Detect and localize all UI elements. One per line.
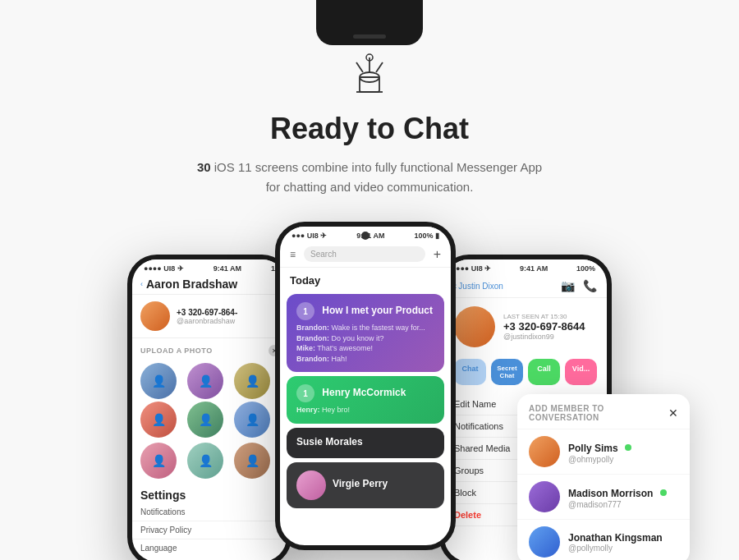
chat-messages-henry: Henry: Hey bro! [296, 405, 434, 415]
left-time: 9:41 AM [213, 264, 241, 273]
profile-phone: +3 320-697-864- [177, 308, 237, 317]
avatar-grid: 👤 👤 👤 👤 👤 👤 [132, 363, 287, 443]
svg-line-3 [356, 62, 363, 72]
home-button-top [361, 232, 370, 240]
group-avatar: 1 [296, 302, 314, 320]
center-battery: 100% ▮ [414, 232, 439, 240]
chat-item-henry[interactable]: 1 Henry McCormick Henry: Hey bro! [287, 376, 444, 424]
contact-avatar [454, 306, 495, 347]
avatar-cell-8[interactable]: 👤 [187, 443, 223, 479]
svg-line-4 [376, 62, 383, 72]
member-madison[interactable]: Madison Morrison @madison777 [517, 474, 690, 519]
chat-name-henry: Henry McCormick [322, 388, 406, 399]
avatar-cell-7[interactable]: 👤 [140, 443, 177, 479]
avatar-grid-row2: 👤 👤 👤 [132, 443, 287, 484]
settings-language[interactable]: Language [132, 539, 287, 553]
jonathan-info: Jonathan Kingsman @pollymolly [568, 532, 663, 553]
settings-privacy[interactable]: Privacy Policy [132, 521, 287, 539]
contact-profile: LAST SEEN AT 15:30 +3 320-697-8644 @just… [444, 298, 607, 356]
settings-notifications[interactable]: Notifications [132, 503, 287, 521]
settings-nav-title: Aaron Bradshaw [146, 278, 237, 291]
jonathan-avatar [529, 526, 560, 558]
search-placeholder: Search [310, 250, 337, 259]
chat-screen: ≡ Search + Today 1 How I met your Produc… [280, 241, 451, 537]
polly-online-dot [625, 444, 631, 451]
settings-nav: ‹ Aaron Bradshaw [132, 274, 287, 295]
polly-info: Polly Sims @ohmypolly [568, 440, 631, 464]
left-signal: ●●●● UI8 ✈ [144, 264, 184, 273]
call-action-btn[interactable]: Call [528, 359, 560, 385]
chat-nav: ≡ Search + [280, 241, 451, 268]
madison-online-dot [660, 489, 667, 496]
right-time: 9:41 AM [520, 264, 548, 273]
settings-screen: ‹ Aaron Bradshaw +3 320-697-864- @aaronb… [132, 274, 287, 553]
contact-username: @justindixon99 [503, 333, 585, 341]
hero-icon [345, 49, 394, 99]
contact-details: LAST SEEN AT 15:30 +3 320-697-8644 @just… [503, 313, 585, 341]
right-battery: 100% [576, 264, 595, 273]
video-action-btn[interactable]: Vid... [565, 359, 597, 385]
settings-section-title: Settings [132, 484, 287, 503]
phone-left: ●●●● UI8 ✈ 9:41 AM 1 ‹ Aaron Bradshaw +3… [127, 255, 291, 560]
chat-name-how-i-met: How I met your Product [322, 305, 433, 316]
profile-section: +3 320-697-864- @aaronbradshaw [132, 295, 287, 338]
last-seen-label: LAST SEEN AT 15:30 [503, 313, 585, 320]
contact-back-btn[interactable]: ‹ Justin Dixon [454, 282, 503, 291]
chat-item-how-i-met[interactable]: 1 How I met your Product Brandon: Wake i… [287, 294, 444, 372]
avatar-cell-3[interactable]: 👤 [234, 363, 270, 399]
virgie-avatar [296, 470, 326, 500]
svg-rect-0 [360, 77, 379, 92]
hero-title: Ready to Chat [0, 112, 739, 146]
avatar-cell-6[interactable]: 👤 [234, 402, 270, 438]
profile-username: @aaronbradshaw [177, 317, 237, 325]
avatar-cell-5[interactable]: 👤 [187, 402, 223, 438]
contact-nav-name: Justin Dixon [458, 282, 503, 291]
secret-chat-btn[interactable]: SecretChat [491, 359, 523, 385]
jonathan-name: Jonathan Kingsman [568, 532, 663, 544]
panel-header: ADD MEMBER TO CONVERSATION ✕ [517, 394, 690, 429]
contact-nav: ‹ Justin Dixon 📷 📞 [444, 274, 607, 298]
profile-info: +3 320-697-864- @aaronbradshaw [177, 308, 237, 325]
avatar-cell-2[interactable]: 👤 [187, 363, 223, 399]
add-member-panel: ADD MEMBER TO CONVERSATION ✕ Polly Sims … [517, 394, 690, 560]
right-signal: ●●● UI8 ✈ [456, 264, 491, 273]
hero-description: 30 iOS 11 screens combine into fully fun… [0, 158, 739, 197]
chat-messages-how-i-met: Brandon: Wake is the fastest way for... … [296, 323, 434, 364]
add-chat-icon[interactable]: + [434, 247, 441, 262]
panel-close-icon[interactable]: ✕ [668, 406, 678, 420]
upload-section: UPLOAD A PHOTO ✕ 👤 👤 👤 👤 👤 👤 👤 👤 👤 [132, 338, 287, 484]
center-signal: ●●● UI8 ✈ [291, 232, 327, 240]
chat-item-virgie[interactable]: Virgie Perry [287, 462, 444, 508]
hamburger-icon[interactable]: ≡ [290, 249, 296, 260]
avatar-cell-4[interactable]: 👤 [140, 402, 177, 438]
avatar-cell-1[interactable]: 👤 [140, 363, 177, 399]
contact-nav-icons: 📷 📞 [561, 279, 597, 292]
avatar-cell-9[interactable]: 👤 [234, 443, 270, 479]
video-call-icon[interactable]: 📷 [561, 279, 575, 292]
settings-back-icon[interactable]: ‹ [140, 280, 143, 288]
upload-label: UPLOAD A PHOTO [132, 338, 287, 363]
phone-center: ●●● UI8 ✈ 9:41 AM 100% ▮ ≡ Search + Toda… [275, 222, 456, 550]
panel-title: ADD MEMBER TO CONVERSATION [529, 404, 668, 422]
contact-actions: Chat SecretChat Call Vid... [444, 356, 607, 393]
right-status-bar: ●●● UI8 ✈ 9:41 AM 100% [444, 259, 607, 274]
contact-phone-number: +3 320-697-8644 [503, 320, 585, 333]
chat-item-susie[interactable]: Susie Morales [287, 428, 444, 458]
polly-avatar [529, 436, 560, 467]
member-jonathan[interactable]: Jonathan Kingsman @pollymolly [517, 519, 690, 560]
chat-action-btn[interactable]: Chat [454, 359, 486, 385]
profile-avatar [140, 301, 170, 331]
member-polly[interactable]: Polly Sims @ohmypolly [517, 429, 690, 474]
madison-name: Madison Morrison [568, 485, 667, 500]
phone-call-icon[interactable]: 📞 [583, 279, 597, 292]
search-bar[interactable]: Search [304, 246, 425, 262]
chat-section-header: Today [280, 268, 451, 290]
madison-avatar [529, 481, 560, 512]
hero-desc-text: iOS 11 screens combine into fully functi… [211, 160, 543, 194]
top-phone-decoration [316, 0, 423, 45]
polly-name: Polly Sims [568, 440, 631, 455]
henry-avatar: 1 [296, 384, 314, 402]
madison-info: Madison Morrison @madison777 [568, 485, 667, 509]
left-status-bar: ●●●● UI8 ✈ 9:41 AM 1 [132, 259, 287, 274]
